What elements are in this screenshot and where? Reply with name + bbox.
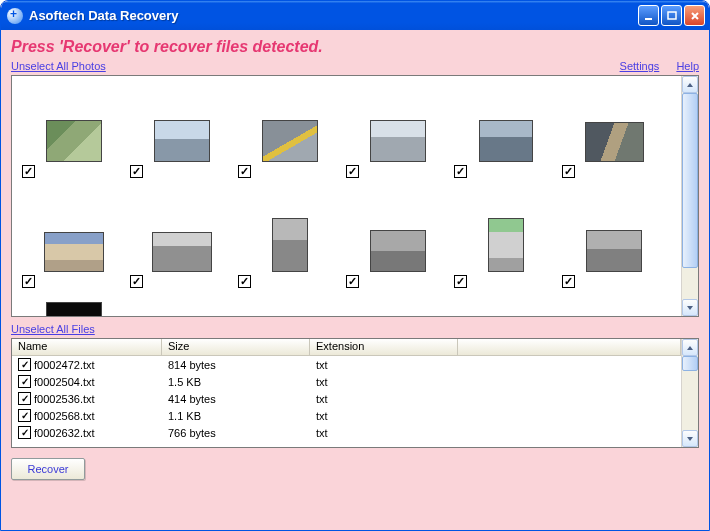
photo-checkbox[interactable] [562,165,575,178]
thumbnail-image[interactable] [586,230,642,272]
file-size: 1.1 KB [162,410,310,422]
photo-checkbox[interactable] [238,275,251,288]
scroll-down-button[interactable] [682,430,698,447]
file-name-cell: f0002632.txt [12,426,162,439]
maximize-button[interactable] [661,5,682,26]
file-scrollbar[interactable] [681,339,698,447]
photo-thumbnail[interactable] [20,302,128,316]
photo-thumbnail[interactable] [20,82,128,192]
file-name-cell: f0002536.txt [12,392,162,405]
svg-rect-0 [645,18,652,20]
file-name-cell: f0002472.txt [12,358,162,371]
thumbnail-image[interactable] [479,120,533,162]
file-rows: f0002472.txt814 bytestxtf0002504.txt1.5 … [12,356,681,441]
column-extension[interactable]: Extension [310,339,458,355]
file-extension: txt [310,427,458,439]
photo-grid-viewport [12,76,681,316]
unselect-all-files-link[interactable]: Unselect All Files [11,323,95,335]
photo-checkbox[interactable] [22,275,35,288]
photo-checkbox[interactable] [22,165,35,178]
file-table-header: Name Size Extension [12,339,681,356]
file-extension: txt [310,359,458,371]
photo-thumbnail[interactable] [128,192,236,302]
photo-checkbox[interactable] [454,275,467,288]
file-extension: txt [310,376,458,388]
recover-button[interactable]: Recover [11,458,85,480]
photo-grid [20,82,673,316]
table-row[interactable]: f0002536.txt414 bytestxt [12,390,681,407]
thumbnail-image[interactable] [370,120,426,162]
photo-thumbnail[interactable] [344,82,452,192]
photo-checkbox[interactable] [130,165,143,178]
photo-scrollbar[interactable] [681,76,698,316]
scroll-up-button[interactable] [682,339,698,356]
app-icon [7,8,23,24]
file-checkbox[interactable] [18,392,31,405]
help-link[interactable]: Help [676,60,699,72]
file-extension: txt [310,393,458,405]
photo-thumbnail[interactable] [560,192,668,302]
table-row[interactable]: f0002632.txt766 bytestxt [12,424,681,441]
column-blank[interactable] [458,339,681,355]
photo-checkbox[interactable] [454,165,467,178]
thumbnail-image[interactable] [44,232,104,272]
table-row[interactable]: f0002504.txt1.5 KBtxt [12,373,681,390]
photo-thumbnail[interactable] [128,82,236,192]
table-row[interactable]: f0002472.txt814 bytestxt [12,356,681,373]
file-size: 766 bytes [162,427,310,439]
photo-thumbnail[interactable] [236,82,344,192]
thumbnail-image[interactable] [272,218,308,272]
file-name: f0002536.txt [34,393,95,405]
file-name: f0002632.txt [34,427,95,439]
scroll-down-button[interactable] [682,299,698,316]
thumbnail-image[interactable] [152,232,212,272]
photo-thumbnail[interactable] [344,192,452,302]
svg-rect-1 [668,12,676,19]
settings-link[interactable]: Settings [620,60,660,72]
file-name-cell: f0002568.txt [12,409,162,422]
thumbnail-image[interactable] [46,120,102,162]
file-checkbox[interactable] [18,409,31,422]
file-links-row: Unselect All Files [11,317,699,338]
photo-checkbox[interactable] [346,275,359,288]
photo-checkbox[interactable] [238,165,251,178]
file-size: 414 bytes [162,393,310,405]
photo-links-row: Unselect All Photos Settings Help [11,59,699,75]
scroll-thumb[interactable] [682,356,698,371]
column-name[interactable]: Name [12,339,162,355]
file-checkbox[interactable] [18,426,31,439]
file-checkbox[interactable] [18,358,31,371]
titlebar[interactable]: Asoftech Data Recovery [1,1,709,30]
thumbnail-image[interactable] [488,218,524,272]
thumbnail-image[interactable] [585,122,644,162]
close-button[interactable] [684,5,705,26]
photo-panel [11,75,699,317]
photo-thumbnail[interactable] [560,82,668,192]
photo-thumbnail[interactable] [20,192,128,302]
photo-checkbox[interactable] [346,165,359,178]
photo-checkbox[interactable] [562,275,575,288]
photo-thumbnail[interactable] [236,192,344,302]
photo-thumbnail[interactable] [452,192,560,302]
minimize-button[interactable] [638,5,659,26]
file-name: f0002568.txt [34,410,95,422]
file-checkbox[interactable] [18,375,31,388]
file-name-cell: f0002504.txt [12,375,162,388]
thumbnail-image[interactable] [262,120,318,162]
photo-checkbox[interactable] [130,275,143,288]
unselect-all-photos-link[interactable]: Unselect All Photos [11,60,106,72]
instruction-text: Press 'Recover' to recover files detecte… [11,36,699,59]
column-size[interactable]: Size [162,339,310,355]
file-name: f0002472.txt [34,359,95,371]
file-size: 1.5 KB [162,376,310,388]
thumbnail-image[interactable] [46,302,102,316]
table-row[interactable]: f0002568.txt1.1 KBtxt [12,407,681,424]
file-name: f0002504.txt [34,376,95,388]
scroll-thumb[interactable] [682,93,698,268]
thumbnail-image[interactable] [370,230,426,272]
file-panel: Name Size Extension f0002472.txt814 byte… [11,338,699,448]
thumbnail-image[interactable] [154,120,210,162]
scroll-up-button[interactable] [682,76,698,93]
file-extension: txt [310,410,458,422]
photo-thumbnail[interactable] [452,82,560,192]
